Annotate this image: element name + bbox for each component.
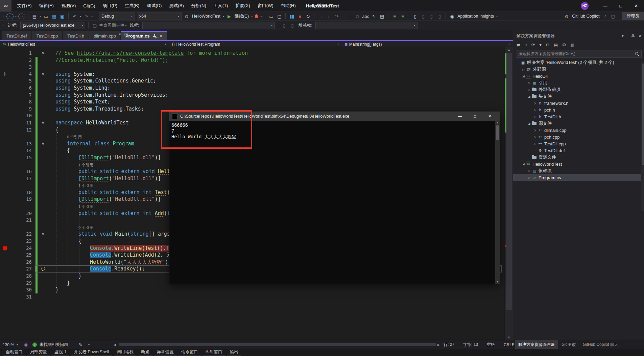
- bookmark-prev-icon[interactable]: ▯: [419, 14, 427, 19]
- menu-item-6[interactable]: 生成(B): [121, 0, 143, 11]
- tree-item-9[interactable]: ▷hTestDll.h: [513, 113, 644, 120]
- stop-debugging-icon[interactable]: ■: [296, 14, 304, 19]
- break-all-icon[interactable]: ▮▮: [288, 14, 296, 19]
- glyph-margin[interactable]: [0, 161, 10, 168]
- close-icon[interactable]: ✕: [159, 34, 162, 38]
- fold-margin[interactable]: [39, 203, 47, 210]
- indent-increase-icon[interactable]: ≡: [399, 14, 407, 19]
- home-icon[interactable]: ⌂: [524, 42, 527, 47]
- breadcrumb-item-3[interactable]: ▣Main(string[] args)▾: [342, 41, 513, 47]
- scroll-left-icon[interactable]: ◀: [114, 340, 116, 349]
- panel-tab-github-copilot-[interactable]: GitHub Copilot 聊天: [579, 340, 622, 349]
- menu-item-10[interactable]: 工具(T): [210, 0, 232, 11]
- preview-icon[interactable]: ▥: [570, 42, 574, 47]
- new-project-icon[interactable]: ▤: [30, 14, 39, 19]
- redo-icon[interactable]: ↷: [82, 14, 90, 19]
- step-over-icon[interactable]: ↷: [333, 14, 341, 19]
- restart-icon[interactable]: ↻: [304, 14, 312, 19]
- tree-item-13[interactable]: ▷++TestDll.cpp: [513, 140, 644, 147]
- glyph-margin[interactable]: [0, 238, 10, 245]
- menu-item-11[interactable]: 扩展(X): [232, 0, 254, 11]
- scrollbar-thumb[interactable]: [642, 64, 644, 165]
- tree-item-14[interactable]: ⚙TestDll.def: [513, 147, 644, 154]
- tab-testdll-h[interactable]: TestDll.h: [63, 31, 89, 40]
- fold-margin[interactable]: [39, 126, 47, 134]
- fold-margin[interactable]: [39, 112, 47, 119]
- codelens-label[interactable]: 1 个引用: [78, 184, 93, 188]
- glyph-margin[interactable]: [0, 286, 10, 293]
- bottom-panel-tab-2[interactable]: 局部变量: [27, 349, 50, 356]
- fold-margin[interactable]: [39, 217, 47, 224]
- share-icon[interactable]: ↗: [601, 14, 609, 19]
- tree-item-1[interactable]: ▣解决方案 'HelloWorldTest' (2 个项目, 共 2 个): [513, 59, 644, 66]
- bottom-panel-tab-5[interactable]: 调用堆栈: [114, 349, 137, 356]
- fold-margin[interactable]: [39, 280, 47, 287]
- tree-expanded-arrow-icon[interactable]: ◢: [521, 163, 526, 166]
- glyph-margin[interactable]: [0, 259, 10, 266]
- lifecycle-events-label[interactable]: 生命周期事件: [99, 23, 124, 28]
- open-folder-icon[interactable]: ▭: [42, 14, 50, 19]
- editor-vertical-scrollbar[interactable]: ▲ ▼: [504, 47, 513, 340]
- tree-expanded-arrow-icon[interactable]: ◢: [527, 122, 532, 125]
- float-window-icon[interactable]: ▢: [124, 32, 128, 37]
- bookmark-next-icon[interactable]: ▯: [427, 14, 435, 19]
- maximize-button[interactable]: □: [468, 114, 482, 119]
- bottom-panel-tab-9[interactable]: 即时窗口: [202, 349, 225, 356]
- glyph-margin[interactable]: {▪: [0, 71, 10, 78]
- fold-margin[interactable]: [39, 224, 47, 231]
- collapse-chevron-icon[interactable]: ∨: [42, 140, 45, 147]
- step-out-icon[interactable]: ↑: [341, 14, 349, 19]
- glyph-margin[interactable]: [0, 50, 10, 57]
- fold-margin[interactable]: [39, 189, 47, 196]
- application-insights-label[interactable]: Application Insights: [456, 14, 495, 19]
- tree-item-11[interactable]: ▷++dllmain.cpp: [513, 127, 644, 134]
- scroll-up-icon[interactable]: ▲: [495, 121, 500, 124]
- zoom-control[interactable]: 130 % ▾: [3, 342, 19, 347]
- tree-item-16[interactable]: ◢C#HelloWorldTest: [513, 161, 644, 167]
- properties-icon[interactable]: ⚙: [562, 42, 566, 47]
- github-copilot-label[interactable]: GitHub Copilot: [571, 14, 601, 19]
- close-button[interactable]: ✕: [482, 114, 497, 119]
- glyph-margin[interactable]: [0, 231, 10, 238]
- nav-forward-icon[interactable]: →: [18, 14, 25, 19]
- hot-reload-icon[interactable]: [255, 14, 258, 18]
- tree-item-10[interactable]: ◢源文件: [513, 120, 644, 127]
- bottom-panel-tab-3[interactable]: 监视 1: [51, 349, 69, 356]
- scroll-down-icon[interactable]: ▼: [505, 336, 513, 339]
- tree-expanded-arrow-icon[interactable]: ◢: [521, 75, 526, 78]
- bottom-panel-tab-10[interactable]: 输出: [227, 349, 241, 356]
- chevron-down-icon[interactable]: ▾: [39, 15, 42, 18]
- menu-item-8[interactable]: 测试(S): [165, 0, 187, 11]
- pin-icon[interactable]: [153, 34, 156, 38]
- chevron-down-icon[interactable]: ▾: [495, 15, 499, 18]
- glyph-margin[interactable]: [0, 133, 10, 140]
- tab-testdll-cpp[interactable]: TestDll.cpp: [32, 31, 63, 40]
- parallel-stacks-icon[interactable]: ▤: [378, 14, 386, 19]
- chevron-down-icon[interactable]: ▾: [222, 15, 225, 18]
- close-icon[interactable]: ✕: [639, 34, 642, 38]
- lightbulb-icon[interactable]: [41, 267, 45, 270]
- fold-margin[interactable]: [39, 259, 47, 266]
- glyph-margin[interactable]: [0, 77, 10, 85]
- process-combo[interactable]: [26648] HelloWorldTest.exe ▾: [20, 22, 85, 29]
- fold-margin[interactable]: [39, 286, 47, 293]
- breakpoint-icon[interactable]: [3, 246, 7, 251]
- codelens-label[interactable]: 1 个引用: [78, 163, 93, 167]
- scroll-up-icon[interactable]: ▲: [505, 48, 513, 51]
- fold-margin[interactable]: [39, 252, 47, 259]
- tree-collapsed-arrow-icon[interactable]: ▷: [532, 102, 538, 105]
- save-icon[interactable]: ▦: [50, 14, 58, 19]
- more-icon[interactable]: ⋯: [579, 42, 583, 47]
- chevron-down-icon[interactable]: ▾: [14, 15, 18, 18]
- fold-margin[interactable]: [39, 272, 47, 280]
- tab-dllmain-cpp[interactable]: dllmain.cpp: [89, 31, 120, 40]
- tree-item-7[interactable]: ▷hframework.h: [513, 100, 644, 106]
- startup-project-label[interactable]: HelloWorldTest: [191, 14, 222, 19]
- browse-files-icon[interactable]: ▭: [267, 14, 275, 19]
- window-position-icon[interactable]: ▾: [622, 34, 624, 38]
- tree-collapsed-arrow-icon[interactable]: ▷: [527, 176, 532, 179]
- glyph-margin[interactable]: [0, 217, 10, 224]
- spaces-indicator[interactable]: 空格: [487, 342, 495, 348]
- filter-icon[interactable]: ▾: [540, 42, 542, 47]
- tree-collapsed-arrow-icon[interactable]: ▷: [532, 142, 538, 145]
